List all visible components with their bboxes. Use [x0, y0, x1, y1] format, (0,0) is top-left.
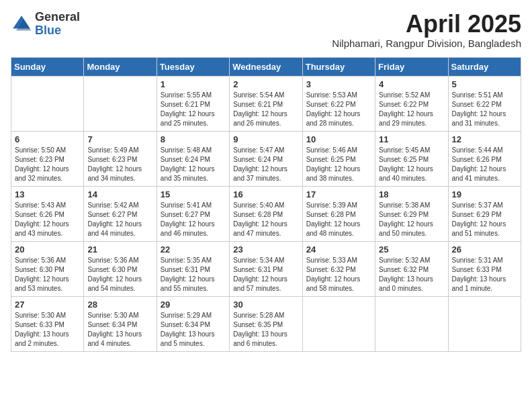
day-info: Sunrise: 5:30 AM Sunset: 6:33 PM Dayligh…	[15, 311, 80, 349]
day-number: 11	[379, 134, 444, 144]
day-number: 15	[161, 189, 226, 199]
header: General Blue April 2025 Nilphamari, Rang…	[11, 11, 521, 49]
day-cell: 16Sunrise: 5:40 AM Sunset: 6:28 PM Dayli…	[230, 186, 302, 241]
logo-text: General Blue	[35, 11, 80, 38]
day-cell: 29Sunrise: 5:29 AM Sunset: 6:34 PM Dayli…	[157, 296, 229, 351]
calendar-table: SundayMondayTuesdayWednesdayThursdayFrid…	[11, 57, 521, 352]
day-info: Sunrise: 5:31 AM Sunset: 6:33 PM Dayligh…	[452, 256, 517, 293]
day-cell: 23Sunrise: 5:34 AM Sunset: 6:31 PM Dayli…	[230, 241, 302, 296]
day-cell: 15Sunrise: 5:41 AM Sunset: 6:27 PM Dayli…	[157, 186, 229, 241]
day-info: Sunrise: 5:43 AM Sunset: 6:26 PM Dayligh…	[15, 201, 80, 238]
calendar-header-row: SundayMondayTuesdayWednesdayThursdayFrid…	[11, 57, 521, 76]
logo-blue: Blue	[35, 24, 80, 38]
header-day-tuesday: Tuesday	[157, 57, 229, 76]
day-cell: 7Sunrise: 5:49 AM Sunset: 6:23 PM Daylig…	[84, 131, 157, 186]
day-cell: 20Sunrise: 5:36 AM Sunset: 6:30 PM Dayli…	[11, 241, 84, 296]
logo: General Blue	[11, 11, 80, 38]
day-number: 5	[452, 79, 517, 89]
day-cell	[448, 296, 521, 351]
day-info: Sunrise: 5:36 AM Sunset: 6:30 PM Dayligh…	[15, 256, 80, 293]
day-cell: 13Sunrise: 5:43 AM Sunset: 6:26 PM Dayli…	[11, 186, 84, 241]
header-day-sunday: Sunday	[11, 57, 84, 76]
day-info: Sunrise: 5:28 AM Sunset: 6:35 PM Dayligh…	[233, 311, 298, 349]
day-cell: 22Sunrise: 5:35 AM Sunset: 6:31 PM Dayli…	[157, 241, 229, 296]
day-cell: 28Sunrise: 5:30 AM Sunset: 6:34 PM Dayli…	[84, 296, 157, 351]
day-info: Sunrise: 5:45 AM Sunset: 6:25 PM Dayligh…	[379, 146, 444, 183]
day-cell: 24Sunrise: 5:33 AM Sunset: 6:32 PM Dayli…	[302, 241, 375, 296]
day-cell	[11, 76, 84, 131]
day-cell	[84, 76, 157, 131]
day-number: 9	[233, 134, 298, 144]
day-cell: 10Sunrise: 5:46 AM Sunset: 6:25 PM Dayli…	[302, 131, 375, 186]
day-info: Sunrise: 5:53 AM Sunset: 6:22 PM Dayligh…	[306, 91, 371, 128]
day-info: Sunrise: 5:55 AM Sunset: 6:21 PM Dayligh…	[161, 91, 226, 128]
day-number: 14	[87, 189, 152, 199]
day-info: Sunrise: 5:54 AM Sunset: 6:21 PM Dayligh…	[233, 91, 298, 128]
day-info: Sunrise: 5:32 AM Sunset: 6:32 PM Dayligh…	[379, 256, 444, 293]
day-number: 12	[452, 134, 517, 144]
day-number: 6	[15, 134, 80, 144]
day-cell: 19Sunrise: 5:37 AM Sunset: 6:29 PM Dayli…	[448, 186, 521, 241]
day-number: 17	[306, 189, 371, 199]
day-cell	[375, 296, 448, 351]
day-cell: 25Sunrise: 5:32 AM Sunset: 6:32 PM Dayli…	[375, 241, 448, 296]
day-info: Sunrise: 5:39 AM Sunset: 6:28 PM Dayligh…	[306, 201, 371, 238]
logo-general: General	[35, 11, 80, 24]
day-number: 20	[15, 244, 80, 255]
day-cell: 6Sunrise: 5:50 AM Sunset: 6:23 PM Daylig…	[11, 131, 84, 186]
day-cell: 14Sunrise: 5:42 AM Sunset: 6:27 PM Dayli…	[84, 186, 157, 241]
day-cell: 27Sunrise: 5:30 AM Sunset: 6:33 PM Dayli…	[11, 296, 84, 351]
day-number: 19	[452, 189, 517, 199]
day-cell: 12Sunrise: 5:44 AM Sunset: 6:26 PM Dayli…	[448, 131, 521, 186]
day-cell: 21Sunrise: 5:36 AM Sunset: 6:30 PM Dayli…	[84, 241, 157, 296]
week-row-2: 6Sunrise: 5:50 AM Sunset: 6:23 PM Daylig…	[11, 131, 521, 186]
logo-icon	[11, 13, 32, 35]
day-cell: 8Sunrise: 5:48 AM Sunset: 6:24 PM Daylig…	[157, 131, 229, 186]
day-number: 27	[15, 300, 80, 310]
day-info: Sunrise: 5:30 AM Sunset: 6:34 PM Dayligh…	[87, 311, 152, 349]
day-info: Sunrise: 5:33 AM Sunset: 6:32 PM Dayligh…	[306, 256, 371, 293]
header-day-wednesday: Wednesday	[230, 57, 302, 76]
day-info: Sunrise: 5:41 AM Sunset: 6:27 PM Dayligh…	[161, 201, 226, 238]
day-info: Sunrise: 5:49 AM Sunset: 6:23 PM Dayligh…	[87, 146, 152, 183]
day-info: Sunrise: 5:47 AM Sunset: 6:24 PM Dayligh…	[233, 146, 298, 183]
day-number: 8	[161, 134, 226, 144]
header-day-thursday: Thursday	[302, 57, 375, 76]
day-number: 4	[379, 79, 444, 89]
day-number: 2	[233, 79, 298, 89]
day-cell	[302, 296, 375, 351]
day-number: 13	[15, 189, 80, 199]
day-number: 28	[87, 300, 152, 310]
day-info: Sunrise: 5:42 AM Sunset: 6:27 PM Dayligh…	[87, 201, 152, 238]
header-day-saturday: Saturday	[448, 57, 521, 76]
day-number: 18	[379, 189, 444, 199]
day-number: 24	[306, 244, 371, 255]
day-cell: 3Sunrise: 5:53 AM Sunset: 6:22 PM Daylig…	[302, 76, 375, 131]
day-number: 3	[306, 79, 371, 89]
day-info: Sunrise: 5:40 AM Sunset: 6:28 PM Dayligh…	[233, 201, 298, 238]
day-number: 30	[233, 300, 298, 310]
day-info: Sunrise: 5:48 AM Sunset: 6:24 PM Dayligh…	[161, 146, 226, 183]
day-number: 26	[452, 244, 517, 255]
day-number: 10	[306, 134, 371, 144]
day-info: Sunrise: 5:44 AM Sunset: 6:26 PM Dayligh…	[452, 146, 517, 183]
day-info: Sunrise: 5:46 AM Sunset: 6:25 PM Dayligh…	[306, 146, 371, 183]
week-row-5: 27Sunrise: 5:30 AM Sunset: 6:33 PM Dayli…	[11, 296, 521, 351]
day-number: 29	[161, 300, 226, 310]
week-row-1: 1Sunrise: 5:55 AM Sunset: 6:21 PM Daylig…	[11, 76, 521, 131]
day-info: Sunrise: 5:37 AM Sunset: 6:29 PM Dayligh…	[452, 201, 517, 238]
day-cell: 17Sunrise: 5:39 AM Sunset: 6:28 PM Dayli…	[302, 186, 375, 241]
day-cell: 4Sunrise: 5:52 AM Sunset: 6:22 PM Daylig…	[375, 76, 448, 131]
day-info: Sunrise: 5:52 AM Sunset: 6:22 PM Dayligh…	[379, 91, 444, 128]
calendar-subtitle: Nilphamari, Rangpur Division, Bangladesh	[332, 38, 521, 49]
day-cell: 18Sunrise: 5:38 AM Sunset: 6:29 PM Dayli…	[375, 186, 448, 241]
day-number: 22	[161, 244, 226, 255]
day-cell: 1Sunrise: 5:55 AM Sunset: 6:21 PM Daylig…	[157, 76, 229, 131]
header-day-monday: Monday	[84, 57, 157, 76]
day-cell: 30Sunrise: 5:28 AM Sunset: 6:35 PM Dayli…	[230, 296, 302, 351]
day-number: 25	[379, 244, 444, 255]
week-row-3: 13Sunrise: 5:43 AM Sunset: 6:26 PM Dayli…	[11, 186, 521, 241]
title-area: April 2025 Nilphamari, Rangpur Division,…	[332, 11, 521, 49]
day-info: Sunrise: 5:38 AM Sunset: 6:29 PM Dayligh…	[379, 201, 444, 238]
day-cell: 26Sunrise: 5:31 AM Sunset: 6:33 PM Dayli…	[448, 241, 521, 296]
